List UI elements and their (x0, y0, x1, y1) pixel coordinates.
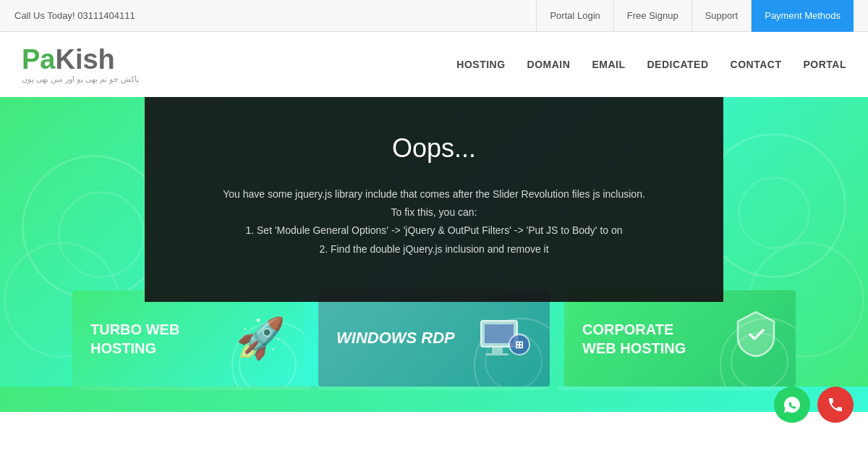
top-bar-buttons: Portal Login Free Signup Support Payment… (536, 0, 854, 32)
svg-rect-3 (486, 353, 509, 355)
card-turbo-web-hosting[interactable]: TURBO WEB HOSTING 🚀 (72, 290, 304, 387)
nav-domain[interactable]: DOMAIN (527, 59, 571, 70)
logo-sub: پاکش جو تم بھی پو اور میں بھی پوں (22, 75, 139, 84)
logo[interactable]: PaKish پاکش جو تم بھی پو اور میں بھی پوں (22, 46, 139, 84)
support-btn[interactable]: Support (692, 0, 752, 32)
portal-login-btn[interactable]: Portal Login (536, 0, 613, 32)
hero-section: Oops... You have some jquery.js library … (0, 97, 868, 387)
error-title: Oops... (174, 133, 694, 164)
bottom-card-1 (80, 387, 311, 390)
nav-portal[interactable]: PORTAL (803, 59, 846, 70)
logo-kish: Kish (55, 44, 114, 75)
card-corporate-web-hosting[interactable]: CORPORATE WEB HOSTING (564, 290, 796, 387)
nav-hosting[interactable]: HOSTING (456, 59, 505, 70)
phone-label: Call Us Today! 03111404111 (14, 10, 135, 21)
svg-text:⊞: ⊞ (515, 339, 524, 350)
error-box: Oops... You have some jquery.js library … (145, 97, 723, 302)
error-text: You have some jquery.js library include … (174, 185, 694, 258)
nav-dedicated[interactable]: DEDICATED (647, 59, 708, 70)
shield-icon (734, 311, 778, 366)
bottom-card-3 (557, 387, 788, 390)
card-corp-label: CORPORATE WEB HOSTING (582, 320, 686, 358)
svg-rect-1 (485, 324, 514, 343)
bottom-card-2 (318, 387, 550, 390)
logo-pa: Pa (22, 44, 55, 75)
top-bar: Call Us Today! 03111404111 Portal Login … (0, 0, 868, 32)
rdp-icon: ⊞ (477, 317, 532, 361)
header: PaKish پاکش جو تم بھی پو اور میں بھی پوں… (0, 32, 868, 97)
nav-email[interactable]: EMAIL (592, 59, 625, 70)
rocket-icon: 🚀 (236, 315, 286, 362)
bottom-strip (0, 387, 868, 412)
nav-contact[interactable]: CONTACT (731, 59, 782, 70)
card-windows-rdp[interactable]: Windows RDP ⊞ (318, 290, 550, 387)
svg-rect-2 (492, 348, 503, 353)
main-nav: HOSTING DOMAIN EMAIL DEDICATED CONTACT P… (456, 59, 846, 70)
card-turbo-label: TURBO WEB HOSTING (90, 320, 179, 358)
free-signup-btn[interactable]: Free Signup (613, 0, 692, 32)
payment-methods-btn[interactable]: Payment Methods (751, 0, 854, 32)
deco-circle-4 (738, 177, 810, 249)
card-rdp-label: Windows RDP (336, 328, 455, 349)
